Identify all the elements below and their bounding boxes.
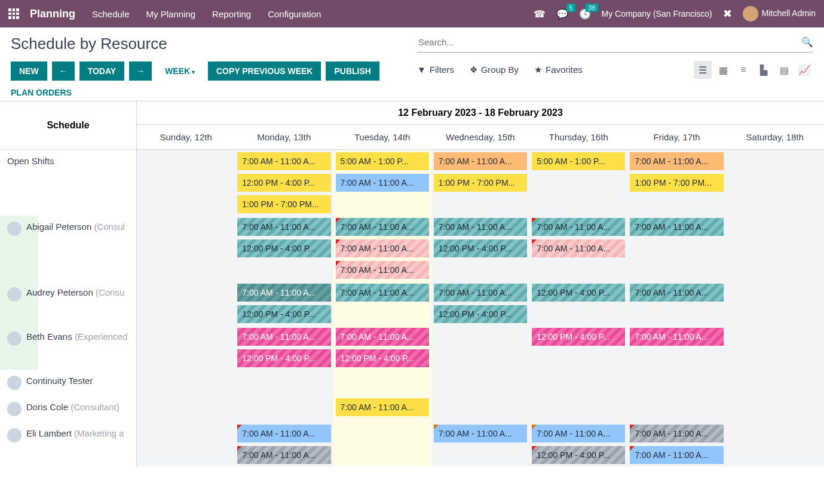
- day-cell[interactable]: [627, 370, 725, 396]
- shift[interactable]: 12:00 PM - 4:00 P...: [532, 284, 625, 302]
- shift[interactable]: 7:00 AM - 11:00 A...: [336, 239, 429, 257]
- shift[interactable]: 1:00 PM - 7:00 PM...: [434, 174, 527, 192]
- prev-button[interactable]: ←: [52, 62, 75, 81]
- resource-cell[interactable]: Continuity Tester: [0, 370, 137, 396]
- col-header-day[interactable]: Friday, 17th: [627, 125, 725, 150]
- app-brand[interactable]: Planning: [30, 8, 75, 20]
- shift[interactable]: 5:00 AM - 1:00 P...: [336, 152, 429, 170]
- day-cell[interactable]: [137, 325, 235, 370]
- shift[interactable]: 7:00 AM - 11:00 A...: [630, 328, 723, 346]
- day-cell[interactable]: [333, 370, 431, 396]
- shift[interactable]: 7:00 AM - 11:00 A...: [237, 328, 330, 346]
- resource-cell[interactable]: Audrey Peterson (Consu: [0, 281, 137, 325]
- day-cell[interactable]: 7:00 AM - 11:00 A...: [333, 281, 431, 325]
- pivot-view-icon[interactable]: ▤: [775, 61, 793, 79]
- resource-cell[interactable]: Doris Cole (Consultant): [0, 396, 137, 422]
- shift[interactable]: 12:00 PM - 4:00 P...: [532, 328, 625, 346]
- graph-view-icon[interactable]: 📈: [795, 61, 813, 79]
- shift[interactable]: 1:00 PM - 7:00 PM...: [630, 174, 723, 192]
- shift[interactable]: 7:00 AM - 11:00 A...: [336, 398, 429, 416]
- shift[interactable]: 7:00 AM - 11:00 A...: [336, 218, 429, 236]
- shift[interactable]: 5:00 AM - 1:00 P...: [532, 152, 625, 170]
- shift[interactable]: 7:00 AM - 11:00 A...: [532, 218, 625, 236]
- plan-orders-button[interactable]: PLAN ORDERS: [11, 88, 405, 97]
- shift[interactable]: 7:00 AM - 11:00 A...: [336, 284, 429, 302]
- day-cell[interactable]: [726, 216, 824, 281]
- scale-selector[interactable]: WEEK: [157, 66, 203, 76]
- day-cell[interactable]: [137, 396, 235, 422]
- copy-previous-week-button[interactable]: COPY PREVIOUS WEEK: [208, 62, 321, 81]
- day-cell[interactable]: 7:00 AM - 11:00 A...12:00 PM - 4:00 P...: [431, 216, 529, 281]
- shift[interactable]: 12:00 PM - 4:00 P...: [434, 305, 527, 323]
- nav-schedule[interactable]: Schedule: [92, 9, 130, 19]
- day-cell[interactable]: [529, 396, 627, 422]
- search-icon[interactable]: 🔍: [801, 36, 813, 48]
- nav-my-planning[interactable]: My Planning: [146, 9, 196, 19]
- day-cell[interactable]: [137, 370, 235, 396]
- shift[interactable]: 7:00 AM - 11:00 A...: [434, 152, 527, 170]
- day-cell[interactable]: [627, 396, 725, 422]
- search-input[interactable]: [417, 35, 801, 50]
- resource-cell[interactable]: Beth Evans (Experienced: [0, 325, 137, 370]
- resource-cell[interactable]: Eli Lambert (Marketing a: [0, 422, 137, 466]
- col-header-day[interactable]: Tuesday, 14th: [333, 125, 431, 150]
- shift[interactable]: 7:00 AM - 11:00 A...: [336, 261, 429, 279]
- shift[interactable]: 7:00 AM - 11:00 A...: [532, 239, 625, 257]
- col-header-day[interactable]: Thursday, 16th: [529, 125, 627, 150]
- day-cell[interactable]: 7:00 AM - 11:00 A...: [627, 325, 725, 370]
- shift[interactable]: 7:00 AM - 11:00 A...: [630, 425, 723, 442]
- day-cell[interactable]: 5:00 AM - 1:00 P...7:00 AM - 11:00 A...: [333, 150, 431, 216]
- day-cell[interactable]: [529, 370, 627, 396]
- day-cell[interactable]: [137, 150, 235, 216]
- company-selector[interactable]: My Company (San Francisco): [602, 9, 712, 19]
- shift[interactable]: 1:00 PM - 7:00 PM...: [237, 195, 330, 213]
- day-cell[interactable]: [726, 422, 824, 466]
- day-cell[interactable]: [235, 370, 333, 396]
- user-menu[interactable]: Mitchell Admin: [743, 6, 816, 21]
- today-button[interactable]: TODAY: [79, 62, 124, 81]
- day-cell[interactable]: [137, 216, 235, 281]
- day-cell[interactable]: [333, 422, 431, 466]
- day-cell[interactable]: 7:00 AM - 11:00 A...1:00 PM - 7:00 PM...: [431, 150, 529, 216]
- shift[interactable]: 12:00 PM - 4:00 P...: [434, 239, 527, 257]
- nav-configuration[interactable]: Configuration: [268, 9, 321, 19]
- day-cell[interactable]: [726, 370, 824, 396]
- day-cell[interactable]: 7:00 AM - 11:00 A...12:00 PM - 4:00 P...…: [235, 150, 333, 216]
- day-cell[interactable]: 7:00 AM - 11:00 A...12:00 PM - 4:00 P...: [235, 216, 333, 281]
- day-cell[interactable]: 12:00 PM - 4:00 P...: [529, 325, 627, 370]
- day-cell[interactable]: 7:00 AM - 11:00 A...7:00 AM - 11:00 A...: [235, 422, 333, 466]
- kanban-view-icon[interactable]: ▙: [755, 61, 773, 79]
- day-cell[interactable]: [431, 370, 529, 396]
- calendar-view-icon[interactable]: ▦: [714, 61, 732, 79]
- day-cell[interactable]: 7:00 AM - 11:00 A...12:00 PM - 4:00 P...: [529, 422, 627, 466]
- apps-icon[interactable]: [8, 8, 19, 19]
- col-header-day[interactable]: Sunday, 12th: [137, 125, 235, 150]
- col-header-day[interactable]: Saturday, 18th: [726, 125, 824, 150]
- publish-button[interactable]: PUBLISH: [326, 62, 379, 81]
- day-cell[interactable]: [726, 396, 824, 422]
- day-cell[interactable]: 7:00 AM - 11:00 A...: [333, 396, 431, 422]
- shift[interactable]: 7:00 AM - 11:00 A...: [434, 284, 527, 302]
- day-cell[interactable]: 7:00 AM - 11:00 A...: [627, 281, 725, 325]
- activity-icon[interactable]: 🕓38: [579, 8, 591, 20]
- day-cell[interactable]: 7:00 AM - 11:00 A...1:00 PM - 7:00 PM...: [627, 150, 725, 216]
- debug-icon[interactable]: ✖: [723, 7, 732, 20]
- shift[interactable]: 7:00 AM - 11:00 A...: [336, 328, 429, 346]
- shift[interactable]: 12:00 PM - 4:00 P...: [237, 239, 330, 257]
- shift[interactable]: 7:00 AM - 11:00 A...: [630, 152, 723, 170]
- col-header-day[interactable]: Wednesday, 15th: [431, 125, 529, 150]
- day-cell[interactable]: [137, 422, 235, 466]
- list-view-icon[interactable]: ≡: [734, 61, 752, 79]
- day-cell[interactable]: [431, 325, 529, 370]
- shift[interactable]: 7:00 AM - 11:00 A...: [237, 152, 330, 170]
- resource-cell[interactable]: Abigail Peterson (Consul: [0, 216, 137, 281]
- day-cell[interactable]: 7:00 AM - 11:00 A...7:00 AM - 11:00 A...: [529, 216, 627, 281]
- resource-cell[interactable]: Open Shifts: [0, 150, 137, 216]
- day-cell[interactable]: 7:00 AM - 11:00 A...12:00 PM - 4:00 P...: [235, 281, 333, 325]
- filters-menu[interactable]: ▼Filters: [417, 64, 454, 75]
- nav-reporting[interactable]: Reporting: [212, 9, 251, 19]
- day-cell[interactable]: 7:00 AM - 11:00 A...: [431, 422, 529, 466]
- day-cell[interactable]: [726, 150, 824, 216]
- day-cell[interactable]: [137, 281, 235, 325]
- shift[interactable]: 7:00 AM - 11:00 A...: [630, 446, 723, 464]
